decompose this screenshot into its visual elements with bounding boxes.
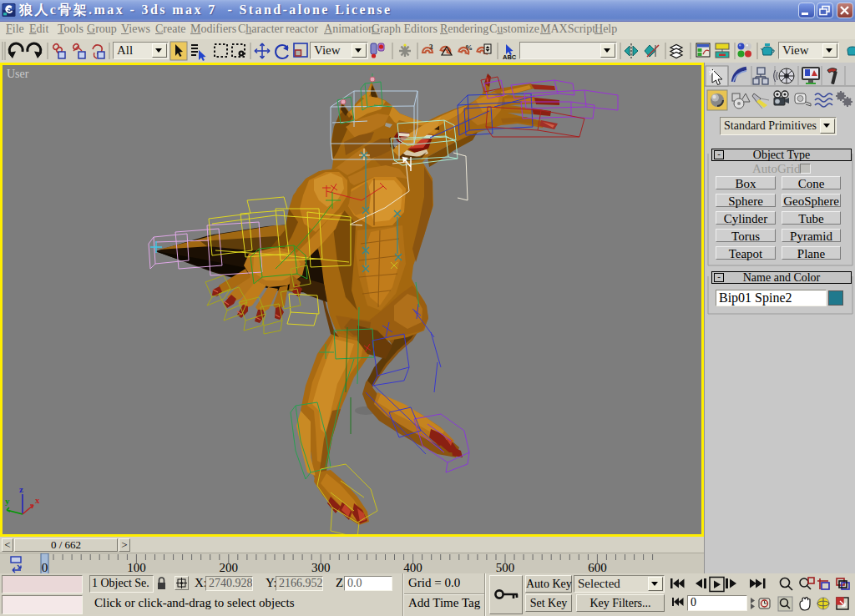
svg-text:%: % — [465, 43, 473, 52]
svg-text:200: 200 — [220, 561, 239, 574]
svg-text:100: 100 — [127, 561, 146, 574]
svg-text:400: 400 — [403, 561, 422, 574]
svg-text:300: 300 — [311, 561, 331, 574]
svg-text:0: 0 — [42, 561, 48, 574]
svg-text:500: 500 — [496, 561, 515, 574]
svg-text:y: y — [5, 496, 10, 506]
svg-text:3: 3 — [429, 43, 433, 51]
svg-text:z: z — [19, 484, 23, 494]
svg-text:x: x — [35, 495, 40, 505]
svg-text:ABC: ABC — [503, 53, 517, 61]
svg-text:600: 600 — [588, 561, 607, 574]
